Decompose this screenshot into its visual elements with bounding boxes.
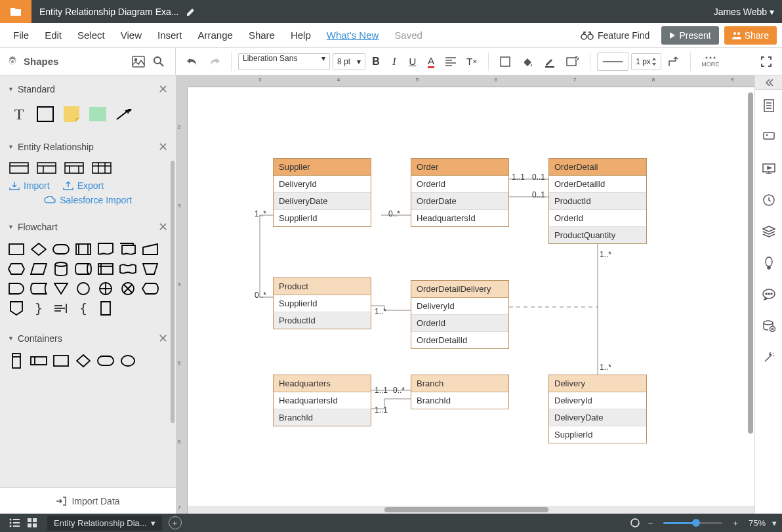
er-entity-3[interactable]	[64, 162, 84, 174]
scrollbar-vertical[interactable]	[747, 87, 754, 506]
paint-icon[interactable]	[755, 247, 783, 279]
chat-icon[interactable]	[755, 279, 783, 310]
fc-data[interactable]	[30, 262, 47, 276]
menu-help[interactable]: Help	[283, 30, 319, 41]
fc-sum[interactable]	[119, 281, 136, 296]
fc-bracket-left[interactable]: {	[75, 301, 92, 316]
user-menu[interactable]: James Webb ▾	[714, 7, 782, 17]
document-title[interactable]: Entity Relationship Diagram Exa...	[31, 7, 178, 17]
undo-button[interactable]	[182, 52, 202, 71]
page-tab[interactable]: Entity Relationship Dia... ▾	[47, 516, 162, 531]
font-size-select[interactable]: 8 pt▾	[333, 53, 365, 70]
fc-internal[interactable]	[97, 262, 114, 276]
gear-icon[interactable]	[7, 56, 18, 68]
border-color-button[interactable]	[540, 52, 560, 71]
align-button[interactable]	[442, 52, 460, 71]
text-shape[interactable]: T	[9, 104, 29, 124]
fc-document[interactable]	[97, 242, 114, 256]
menu-arrange[interactable]: Arrange	[190, 30, 241, 41]
entity-order[interactable]: Order OrderId OrderDate HeadquartersId	[411, 158, 509, 227]
underline-button[interactable]: U	[405, 52, 421, 71]
line-style-button[interactable]	[597, 52, 628, 71]
fc-connector[interactable]	[75, 281, 92, 296]
search-icon[interactable]	[149, 56, 169, 68]
er-entity-4[interactable]	[92, 162, 112, 174]
fc-harddisk[interactable]	[75, 262, 92, 276]
fc-paper-tape[interactable]	[119, 262, 136, 276]
er-entity-2[interactable]	[37, 162, 56, 174]
fc-preparation[interactable]	[8, 262, 25, 276]
add-page-button[interactable]: +	[169, 516, 182, 529]
section-flowchart[interactable]: ▼ Flowchart ✕	[0, 213, 176, 238]
line-width-select[interactable]: 1 px	[631, 53, 661, 70]
grid-view-icon[interactable]	[24, 518, 41, 527]
section-containers[interactable]: ▼ Containers ✕	[0, 325, 176, 350]
fc-delay[interactable]	[8, 281, 25, 296]
zoom-slider[interactable]	[663, 522, 722, 524]
chevron-down-icon[interactable]: ▾	[772, 518, 777, 528]
menu-select[interactable]: Select	[70, 30, 113, 41]
section-entity-relationship[interactable]: ▼ Entity Relationship ✕	[0, 133, 176, 158]
rectangle-shape[interactable]	[35, 104, 55, 124]
fc-or[interactable]	[97, 281, 114, 296]
scrollbar-thumb[interactable]	[171, 161, 175, 423]
close-icon[interactable]: ✕	[158, 82, 168, 96]
layers-icon[interactable]	[755, 216, 783, 247]
scrollbar-horizontal[interactable]	[188, 506, 754, 514]
menu-file[interactable]: File	[5, 30, 37, 41]
italic-button[interactable]: I	[386, 52, 402, 71]
container-1[interactable]	[8, 354, 25, 368]
more-button[interactable]: MORE	[697, 56, 723, 68]
import-data-button[interactable]: Import Data	[0, 487, 176, 514]
fullscreen-button[interactable]	[757, 52, 775, 71]
import-link[interactable]: Import	[9, 180, 50, 191]
folder-icon[interactable]	[0, 0, 31, 23]
shape-fill-button[interactable]	[495, 52, 515, 71]
container-5[interactable]	[97, 354, 114, 368]
container-2[interactable]	[30, 354, 47, 368]
menu-whats-new[interactable]: What's New	[319, 30, 387, 41]
presentation-icon[interactable]	[755, 153, 783, 184]
zoom-percentage[interactable]: 75%	[749, 518, 766, 528]
line-routing-button[interactable]	[664, 52, 684, 71]
share-button[interactable]: Share	[724, 26, 777, 45]
container-4[interactable]	[75, 354, 92, 368]
fc-process[interactable]	[8, 242, 25, 256]
magic-icon[interactable]	[755, 342, 783, 373]
clear-formatting-button[interactable]: T✕	[463, 52, 482, 71]
menu-share[interactable]: Share	[241, 30, 283, 41]
fill-bucket-button[interactable]	[518, 52, 537, 71]
pencil-icon[interactable]	[186, 7, 196, 16]
menu-view[interactable]: View	[113, 30, 150, 41]
history-icon[interactable]	[755, 184, 783, 216]
entity-orderdetaildelivery[interactable]: OrderDetailDelivery DeliveryId OrderId O…	[411, 280, 509, 349]
fc-stored-data[interactable]	[30, 281, 47, 296]
zoom-out-button[interactable]: −	[644, 518, 657, 528]
fc-manual-op[interactable]	[142, 262, 159, 276]
entity-orderdetail[interactable]: OrderDetail OrderDetailId ProductId Orde…	[548, 158, 647, 244]
fc-decision[interactable]	[30, 242, 47, 256]
entity-delivery[interactable]: Delivery DeliveryId DeliveryDate Supplie…	[548, 375, 647, 443]
entity-product[interactable]: Product SupplierId ProductId	[273, 277, 371, 329]
container-3[interactable]	[52, 354, 70, 368]
fc-manual-input[interactable]	[142, 242, 159, 256]
bold-button[interactable]: B	[368, 52, 384, 71]
entity-supplier[interactable]: Supplier DeliveryId DeliveryDate Supplie…	[273, 158, 371, 227]
salesforce-import-link[interactable]: Salesforce Import	[44, 195, 132, 205]
data-link-icon[interactable]	[755, 310, 783, 342]
fc-card[interactable]	[97, 301, 114, 316]
feature-find[interactable]: Feature Find	[574, 30, 656, 41]
er-entity-1[interactable]	[9, 162, 29, 174]
note-shape[interactable]	[62, 104, 81, 124]
close-icon[interactable]: ✕	[158, 140, 168, 154]
fc-database[interactable]	[52, 262, 70, 276]
fc-predefined[interactable]	[75, 242, 92, 256]
text-color-button[interactable]: A	[423, 52, 439, 71]
fc-multidoc[interactable]	[119, 242, 136, 256]
fc-display[interactable]	[142, 281, 159, 296]
fc-terminator[interactable]	[52, 242, 70, 256]
section-standard[interactable]: ▼ Standard ✕	[0, 75, 176, 100]
comments-icon[interactable]: ❝	[755, 121, 783, 153]
close-icon[interactable]: ✕	[158, 331, 168, 346]
shape-options-button[interactable]	[562, 52, 583, 71]
